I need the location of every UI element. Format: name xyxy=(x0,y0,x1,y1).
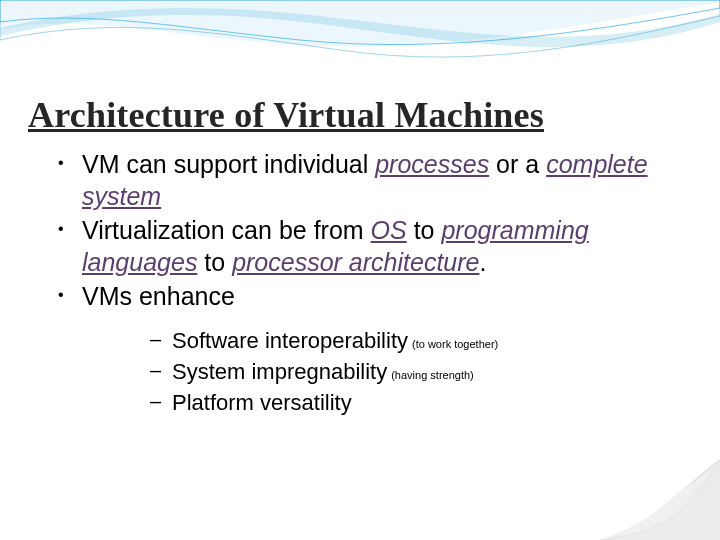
sub-bullet-list: Software interoperability(to work togeth… xyxy=(146,326,700,417)
slide-content: VM can support individual processes or a… xyxy=(52,148,700,419)
text: . xyxy=(479,248,486,276)
text: or a xyxy=(489,150,546,178)
corner-curl xyxy=(600,460,720,540)
sub-bullet-item: System impregnability(having strength) xyxy=(146,357,700,386)
text: Virtualization can be from xyxy=(82,216,371,244)
text: System impregnability xyxy=(172,359,387,384)
text: VM can support individual xyxy=(82,150,375,178)
emphasis: OS xyxy=(371,216,407,244)
text: to xyxy=(407,216,442,244)
text: VMs enhance xyxy=(82,282,235,310)
slide-title: Architecture of Virtual Machines xyxy=(28,94,544,136)
text: Platform versatility xyxy=(172,390,352,415)
text: to xyxy=(197,248,232,276)
main-bullet-list: VM can support individual processes or a… xyxy=(52,148,700,417)
bullet-item: Virtualization can be from OS to program… xyxy=(52,214,700,278)
bullet-item: VM can support individual processes or a… xyxy=(52,148,700,212)
sub-bullet-item: Platform versatility xyxy=(146,388,700,417)
emphasis: processor architecture xyxy=(232,248,479,276)
sub-bullet-item: Software interoperability(to work togeth… xyxy=(146,326,700,355)
text: Software interoperability xyxy=(172,328,408,353)
emphasis: processes xyxy=(375,150,489,178)
note: (to work together) xyxy=(412,338,498,350)
bullet-item: VMs enhance Software interoperability(to… xyxy=(52,280,700,417)
note: (having strength) xyxy=(391,369,474,381)
